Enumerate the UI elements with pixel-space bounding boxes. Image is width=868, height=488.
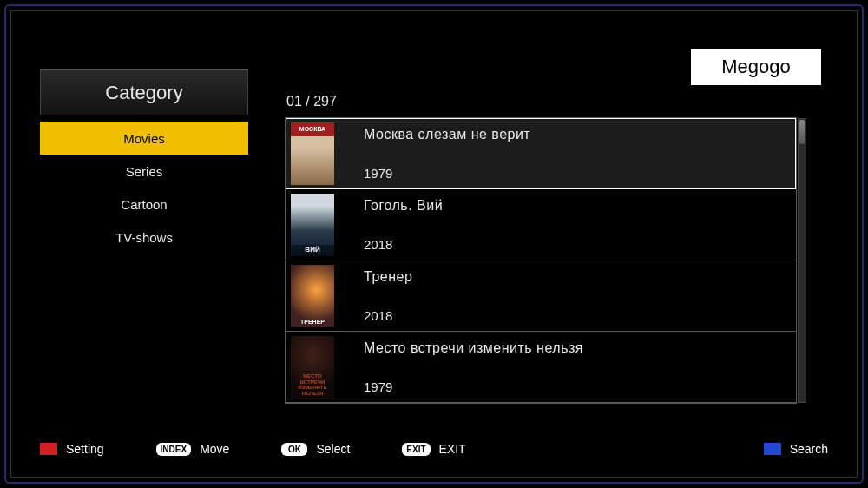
sidebar-item-tvshows[interactable]: TV-shows (40, 221, 248, 254)
hotkey-move[interactable]: INDEX Move (156, 442, 230, 456)
exit-badge-icon: EXIT (402, 443, 430, 456)
item-year: 1979 (364, 379, 583, 394)
hotkey-select[interactable]: OK Select (281, 442, 350, 456)
hotkey-label: Move (200, 442, 229, 456)
list-item[interactable]: ТРЕНЕР Тренер 2018 (286, 260, 796, 332)
sidebar: Movies Series Cartoon TV-shows (40, 122, 248, 254)
poster-thumbnail: МОСКВА (291, 122, 334, 185)
item-title: Москва слезам не верит (364, 127, 530, 142)
list-item[interactable]: МОСКВА Москва слезам не верит 1979 (286, 118, 796, 189)
poster-caption: МЕСТО ВСТРЕЧИ ИЗМЕНИТЬ НЕЛЬЗЯ (291, 372, 334, 398)
hotkey-search[interactable]: Search (764, 442, 828, 456)
scrollbar[interactable] (798, 118, 806, 403)
scrollbar-thumb[interactable] (799, 120, 805, 144)
list-item[interactable]: МЕСТО ВСТРЕЧИ ИЗМЕНИТЬ НЕЛЬЗЯ Место встр… (286, 332, 796, 403)
hotkey-setting[interactable]: Setting (40, 442, 104, 456)
poster-caption: МОСКВА (291, 122, 334, 136)
item-info: Место встречи изменить нельзя 1979 (364, 340, 583, 394)
item-title: Место встречи изменить нельзя (364, 340, 583, 356)
item-info: Москва слезам не верит 1979 (364, 127, 530, 181)
hotkey-bar: Setting INDEX Move OK Select EXIT EXIT S… (40, 436, 828, 462)
sidebar-item-cartoon[interactable]: Cartoon (40, 188, 248, 221)
hotkey-label: Search (790, 442, 828, 456)
poster-caption: ВИЙ (291, 245, 334, 256)
sidebar-item-series[interactable]: Series (40, 155, 248, 188)
item-year: 2018 (364, 237, 443, 252)
brand-label: Megogo (691, 49, 821, 85)
ok-badge-icon: OK (281, 443, 307, 456)
page-counter: 01 / 297 (286, 94, 337, 109)
blue-button-icon (764, 443, 781, 455)
item-year: 2018 (364, 308, 412, 323)
item-year: 1979 (364, 166, 530, 181)
item-info: Гоголь. Вий 2018 (364, 198, 443, 252)
poster-caption: ТРЕНЕР (291, 317, 334, 327)
hotkey-label: Select (316, 442, 350, 456)
list-item[interactable]: ВИЙ Гоголь. Вий 2018 (286, 189, 796, 260)
item-info: Тренер 2018 (364, 269, 412, 323)
hotkey-label: EXIT (439, 442, 466, 456)
item-title: Тренер (364, 269, 412, 285)
category-header: Category (40, 69, 248, 115)
content-list: МОСКВА Москва слезам не верит 1979 ВИЙ Г… (285, 117, 797, 404)
sidebar-item-movies[interactable]: Movies (40, 122, 248, 155)
hotkey-exit[interactable]: EXIT EXIT (402, 442, 465, 456)
item-title: Гоголь. Вий (364, 198, 443, 214)
poster-thumbnail: ВИЙ (291, 194, 334, 256)
poster-thumbnail: ТРЕНЕР (291, 265, 334, 327)
index-badge-icon: INDEX (156, 443, 192, 456)
poster-thumbnail: МЕСТО ВСТРЕЧИ ИЗМЕНИТЬ НЕЛЬЗЯ (291, 336, 334, 399)
hotkey-label: Setting (66, 442, 104, 456)
red-button-icon (40, 443, 57, 455)
